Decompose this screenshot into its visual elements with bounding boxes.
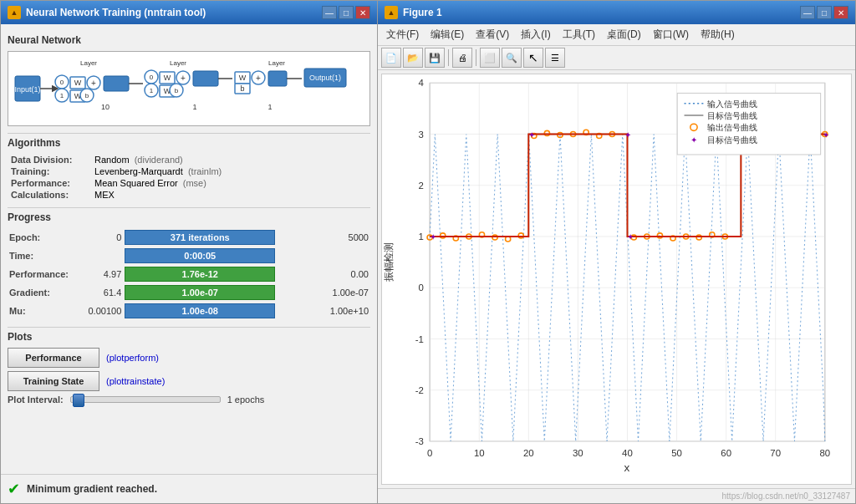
menu-tools[interactable]: 工具(T): [558, 26, 600, 43]
time-bar-cell: 0:00:05: [123, 247, 302, 265]
svg-text:Input(1): Input(1): [14, 85, 40, 94]
title-bar-controls: — □ ✕: [322, 6, 370, 19]
svg-text:20: 20: [523, 448, 534, 458]
toolbar-cursor[interactable]: ↖: [523, 48, 543, 68]
svg-rect-24: [193, 71, 218, 86]
svg-text:60: 60: [721, 448, 731, 458]
progress-section: Progress Epoch: 0 371 iterations 5000 Ti…: [8, 211, 370, 320]
menu-view[interactable]: 查看(V): [471, 26, 514, 43]
svg-text:W: W: [239, 74, 247, 82]
grad-right: 1.00e-07: [302, 283, 370, 302]
toolbar-print[interactable]: 🖨: [452, 48, 472, 68]
svg-text:80: 80: [819, 448, 830, 458]
svg-text:4: 4: [419, 78, 424, 88]
maximize-button[interactable]: □: [339, 6, 354, 19]
plot-interval-slider[interactable]: [70, 396, 221, 403]
progress-row-time: Time: 0:00:05: [8, 247, 370, 265]
figure-minimize-button[interactable]: —: [800, 6, 815, 19]
svg-text:1: 1: [268, 103, 272, 111]
divider-1: [8, 133, 370, 134]
grad-left: 61.4: [80, 283, 123, 302]
svg-text:3: 3: [419, 130, 424, 140]
time-bar-text: 0:00:05: [184, 251, 216, 261]
svg-text:目标信号曲线: 目标信号曲线: [707, 135, 758, 145]
figure-toolbar: 📄 📂 💾 🖨 ⬜ 🔍 ↖ ☰: [378, 46, 855, 70]
toolbar-pan[interactable]: ☰: [545, 48, 565, 68]
figure-title-bar: ▲ Figure 1 — □ ✕: [378, 1, 855, 24]
perf-bar-cell: 1.76e-12: [123, 265, 302, 283]
svg-text:0: 0: [60, 79, 64, 86]
algorithms-table: Data Division: Random (dividerand) Train…: [8, 154, 370, 201]
figure-close-button[interactable]: ✕: [833, 6, 848, 19]
svg-rect-9: [104, 76, 129, 91]
svg-text:0: 0: [427, 448, 432, 458]
svg-text:振幅检测: 振幅检测: [383, 242, 395, 283]
svg-text:40: 40: [622, 448, 633, 458]
toolbar-open[interactable]: 📂: [403, 48, 423, 68]
svg-text:1: 1: [60, 92, 64, 99]
plot-row-training-state: Training State (plottrainstate): [8, 371, 370, 391]
toolbar-new[interactable]: 📄: [381, 48, 401, 68]
time-bar: 0:00:05: [125, 248, 275, 263]
algorithms-header: Algorithms: [8, 137, 370, 149]
status-check-icon: ✔: [8, 480, 20, 498]
performance-link[interactable]: (plotperform): [106, 353, 159, 363]
figure-bottom-bar: https://blog.csdn.net/n0_33127487: [378, 488, 855, 503]
alg-val: Random (dividerand): [91, 154, 370, 165]
menu-window[interactable]: 窗口(W): [648, 26, 694, 43]
title-bar-left: ▲ Neural Network Training (nntrain tool): [8, 6, 206, 19]
alg-row: Training: Levenberg-Marquardt (trainlm): [8, 165, 370, 177]
menu-edit[interactable]: 编辑(E): [425, 26, 469, 43]
performance-button[interactable]: Performance: [8, 348, 99, 368]
figure-watermark: https://blog.csdn.net/n0_33127487: [722, 491, 850, 501]
training-title-bar: ▲ Neural Network Training (nntrain tool)…: [1, 1, 377, 24]
training-tool-title: Neural Network Training (nntrain tool): [26, 7, 206, 18]
status-text: Minimum gradient reached.: [27, 483, 157, 495]
progress-row-performance: Performance: 4.97 1.76e-12 0.00: [8, 265, 370, 283]
alg-val: Mean Squared Error (mse): [91, 177, 370, 189]
epoch-left: 0: [80, 228, 123, 247]
toolbar-sep1: [448, 49, 449, 66]
toolbar-zoom-box[interactable]: ⬜: [480, 48, 500, 68]
svg-text:Layer: Layer: [268, 59, 285, 67]
figure-menubar: 文件(F) 编辑(E) 查看(V) 插入(I) 工具(T) 桌面(D) 窗口(W…: [378, 24, 855, 46]
slider-thumb[interactable]: [73, 394, 84, 407]
menu-file[interactable]: 文件(F): [381, 26, 424, 43]
svg-text:30: 30: [573, 448, 583, 458]
figure-title-controls: — □ ✕: [800, 6, 848, 19]
menu-desktop[interactable]: 桌面(D): [602, 26, 646, 43]
minimize-button[interactable]: —: [322, 6, 337, 19]
grad-bar-cell: 1.00e-07: [123, 283, 302, 302]
training-state-link[interactable]: (plottrainstate): [106, 376, 165, 386]
alg-key: Data Division:: [8, 154, 91, 165]
plot-interval-value: 1 epochs: [227, 395, 265, 405]
mu-bar-cell: 1.00e-08: [123, 302, 302, 320]
plots-header: Plots: [8, 331, 370, 343]
mu-right: 1.00e+10: [302, 302, 370, 320]
figure-panel: ▲ Figure 1 — □ ✕ 文件(F) 编辑(E) 查看(V) 插入(I)…: [378, 0, 856, 504]
close-button[interactable]: ✕: [355, 6, 370, 19]
chart-svg: 4 3 2 1 0 -1 -2 -3 0 10 20 30 40 50 60 7…: [382, 74, 851, 484]
menu-insert[interactable]: 插入(I): [516, 26, 555, 43]
svg-text:b: b: [85, 92, 89, 99]
svg-text:W: W: [164, 74, 171, 82]
svg-text:1: 1: [192, 103, 196, 111]
chart-area: 4 3 2 1 0 -1 -2 -3 0 10 20 30 40 50 60 7…: [381, 74, 852, 485]
alg-row: Calculations: MEX: [8, 189, 370, 201]
training-state-button[interactable]: Training State: [8, 371, 99, 391]
svg-text:-2: -2: [415, 385, 424, 395]
svg-text:输出信号曲线: 输出信号曲线: [707, 123, 758, 132]
svg-text:1: 1: [419, 232, 424, 242]
figure-maximize-button[interactable]: □: [817, 6, 832, 19]
toolbar-zoom-in[interactable]: 🔍: [502, 48, 522, 68]
svg-text:b: b: [240, 84, 244, 93]
training-tool-panel: ▲ Neural Network Training (nntrain tool)…: [0, 0, 378, 504]
svg-text:0: 0: [150, 74, 154, 81]
svg-text:-3: -3: [415, 436, 424, 446]
progress-row-epoch: Epoch: 0 371 iterations 5000: [8, 228, 370, 247]
mu-bar-text: 1.00e-08: [182, 306, 218, 316]
svg-text:x: x: [624, 461, 630, 474]
toolbar-save[interactable]: 💾: [425, 48, 445, 68]
menu-help[interactable]: 帮助(H): [696, 26, 740, 43]
matlab-icon: ▲: [8, 6, 21, 19]
